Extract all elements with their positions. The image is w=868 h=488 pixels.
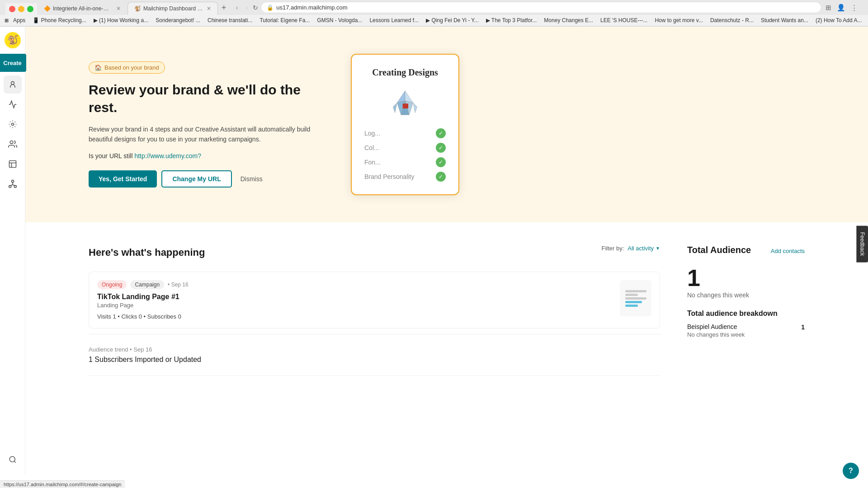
design-check-font: ✓ [436,157,446,167]
hero-section: 🏠 Based on your brand Review your brand … [25,27,868,222]
bookmark-12[interactable]: How to get more v... [652,16,705,24]
design-item-label-brand: Brand Personality [364,173,415,180]
bookmark-9[interactable]: ▶ The Top 3 Platfor... [483,16,540,24]
sidebar-item-reports[interactable] [4,95,22,113]
campaign-date: • Sep 16 [168,282,189,288]
lock-icon: 🔒 [267,5,274,11]
mailchimp-logo[interactable]: 🐒 [5,32,21,48]
audience-panel: Total Audience Add contacts 1 No changes… [687,245,805,381]
back-button[interactable]: ‹ [234,3,241,13]
url-question: Is your URL still http://www.udemy.com? [89,152,324,160]
bookmark-11[interactable]: LEE 'S HOUSE---... [598,16,650,24]
new-tab-button[interactable]: + [218,1,230,15]
svg-line-10 [10,185,13,186]
svg-line-13 [14,461,15,462]
window-minimize-button[interactable] [18,6,24,12]
bookmark-7[interactable]: Lessons Learned f... [367,16,421,24]
bookmark-4[interactable]: Chinese translati... [205,16,255,24]
content-area: 🏠 Based on your brand Review your brand … [25,27,868,474]
forward-button[interactable]: › [243,3,250,13]
tab-favicon-1: 🔶 [44,5,50,12]
window-close-button[interactable] [9,6,15,12]
sidebar-item-content[interactable] [4,155,22,173]
tab-close-2[interactable]: ✕ [207,5,211,12]
campaign-badges: Ongoing Campaign • Sep 16 [97,280,613,289]
url-question-text: Is your URL still [89,152,133,160]
svg-point-4 [10,141,13,144]
preview-line-1 [625,290,646,292]
design-item-color: Col... ✓ [364,143,446,153]
badge-text: Based on your brand [104,64,159,71]
tab-title-1: Integrierte All-in-one-Marke... [53,5,113,12]
preview-mockup [623,288,648,309]
dashboard-content: Here's what's happening Filter by: All a… [25,222,868,404]
bookmark-2[interactable]: ▶ (1) How Working a... [91,16,151,24]
filter-label: Filter by: [601,245,624,252]
svg-point-3 [11,123,14,126]
hero-description: Review your brand in 4 steps and our Cre… [89,124,324,145]
bookmark-8[interactable]: ▶ Qing Fei De Yi - Y... [423,16,481,24]
trend-title: 1 Subscribers Imported or Updated [89,356,660,364]
svg-rect-5 [9,161,16,168]
bookmark-10[interactable]: Money Changes E... [541,16,596,24]
bookmark-5[interactable]: Tutorial: Eigene Fa... [257,16,312,24]
breakdown-item-1: Beispiel Audience 1 No changes this week [687,323,805,338]
svg-marker-21 [393,103,397,113]
audience-actions: Total Audience Add contacts [687,245,805,257]
tab-title-2: Mailchimp Dashboard | Mail... [143,5,203,12]
svg-line-11 [13,185,15,186]
add-contacts-link[interactable]: Add contacts [771,248,805,254]
stats-sep2: • [144,313,147,320]
breakdown-title: Total audience breakdown [687,310,805,318]
audience-title: Total Audience [687,245,751,255]
yes-get-started-button[interactable]: Yes, Get Started [89,170,157,188]
svg-point-12 [9,456,15,462]
bookmark-3[interactable]: Sonderangebot! ... [153,16,203,24]
refresh-button[interactable]: ↻ [253,4,258,11]
design-check-brand: ✓ [436,172,446,182]
sidebar-item-campaigns[interactable] [4,75,22,94]
window-maximize-button[interactable] [27,6,33,12]
extensions-button[interactable]: ⊞ [824,2,833,13]
bookmark-16[interactable]: Leselife [866,16,868,24]
hero-title: Review your brand & we'll do the rest. [89,81,324,116]
bookmark-15[interactable]: (2) How To Add A... [813,16,865,24]
change-url-button[interactable]: Change My URL [161,170,231,188]
design-check-logo: ✓ [436,128,446,138]
bookmark-6[interactable]: GMSN - Vologda... [314,16,365,24]
profile-button[interactable]: 👤 [835,2,847,13]
bookmark-13[interactable]: Datenschutz - R... [708,16,756,24]
dismiss-button[interactable]: Dismiss [236,171,267,187]
bookmark-1[interactable]: 📱 Phone Recycling... [30,16,89,24]
divider-1 [89,334,660,334]
bookmark-apps[interactable]: Apps [10,16,28,24]
browser-tab-1[interactable]: 🔶 Integrierte All-in-one-Marke... ✕ [37,2,127,15]
hero-buttons: Yes, Get Started Change My URL Dismiss [89,170,324,188]
tab-close-1[interactable]: ✕ [116,5,121,12]
audience-change: No changes this week [687,291,805,299]
apps-icon: ⊞ [5,18,9,23]
sidebar-search-button[interactable] [4,450,22,469]
campaign-card[interactable]: Ongoing Campaign • Sep 16 TikTok Landing… [89,272,660,328]
url-link[interactable]: http://www.udemy.com? [134,152,201,160]
bookmark-14[interactable]: Student Wants an... [758,16,811,24]
sidebar-item-automations[interactable] [4,115,22,133]
campaign-type-badge: Campaign [130,280,164,289]
filter-select-button[interactable]: All activity ▼ [627,245,660,252]
creating-designs-card: Creating Designs [351,54,459,195]
feedback-tab[interactable]: Feedback [857,226,868,263]
create-label: Create [3,60,21,66]
badge-icon: 🏠 [94,64,102,71]
activity-section: Here's what's happening Filter by: All a… [89,245,660,381]
address-bar[interactable]: 🔒 us17.admin.mailchimp.com [261,2,821,13]
audience-trend-item: Audience trend • Sep 16 1 Subscribers Im… [89,340,660,370]
design-item-brand-personality: Brand Personality ✓ [364,172,446,182]
breakdown-name: Beispiel Audience [687,323,737,330]
designs-card-title: Creating Designs [364,67,446,78]
create-button[interactable]: Create [0,54,26,72]
sidebar-item-integrations[interactable] [4,175,22,193]
sidebar-item-audience[interactable] [4,135,22,153]
settings-button[interactable]: ⋮ [849,2,859,13]
preview-line-5 [625,305,638,307]
browser-tab-2[interactable]: 🐒 Mailchimp Dashboard | Mail... ✕ [127,2,218,15]
